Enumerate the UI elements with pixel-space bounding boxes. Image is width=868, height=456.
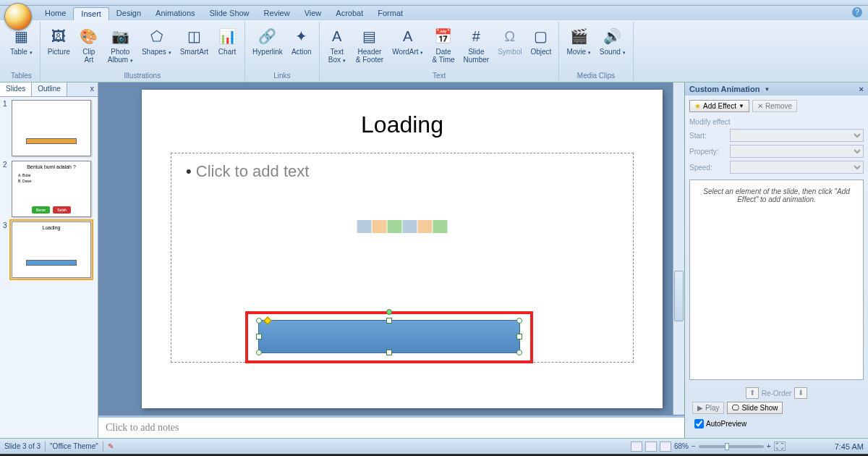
slide-thumbnail-3[interactable]: Loading	[12, 221, 91, 278]
picture-button[interactable]: 🖼Picture	[45, 25, 73, 57]
panel-close-icon[interactable]: x	[87, 83, 98, 96]
placeholder-icons[interactable]	[357, 220, 448, 233]
selected-shape[interactable]	[258, 320, 520, 353]
office-button[interactable]	[4, 3, 32, 30]
zoom-slider-thumb[interactable]	[725, 443, 729, 450]
sound-label: Sound ▾	[600, 48, 626, 56]
smartart-button[interactable]: ◫SmartArt	[177, 25, 211, 57]
autopreview-input[interactable]	[694, 419, 704, 428]
tab-review[interactable]: Review	[257, 7, 297, 20]
tab-design[interactable]: Design	[109, 7, 148, 20]
smartart-icon: ◫	[184, 26, 204, 46]
zoom-value[interactable]: 68%	[674, 442, 689, 450]
tab-slides[interactable]: Slides	[0, 83, 32, 96]
slide-title[interactable]: Loading	[171, 111, 634, 138]
textbox-button[interactable]: ATextBox ▾	[324, 25, 350, 65]
resize-handle-ne[interactable]	[516, 318, 522, 324]
picture-label: Picture	[48, 48, 70, 56]
clipart-icon: 🎨	[79, 26, 99, 46]
resize-handle-sw[interactable]	[256, 350, 262, 355]
sound-button[interactable]: 🔊Sound ▾	[597, 25, 629, 57]
slide-thumbnail-1[interactable]	[12, 100, 91, 156]
tab-format[interactable]: Format	[370, 7, 410, 20]
action-button[interactable]: ✦Action	[289, 25, 315, 57]
clipart-button[interactable]: 🎨ClipArt	[76, 25, 102, 65]
clock: 7:45 AM	[835, 442, 864, 451]
hyperlink-label: Hyperlink	[252, 48, 283, 56]
shapes-label: Shapes ▾	[142, 48, 171, 56]
resize-handle-nw[interactable]	[256, 318, 262, 324]
status-bar: Slide 3 of 3 "Office Theme" ✎ 68% − + ⛶ …	[0, 438, 868, 454]
thumb-row[interactable]: 2Bentuk bumi adalah ?A. BulatB. DatarBen…	[3, 161, 95, 217]
zoom-slider[interactable]	[699, 445, 764, 448]
shapes-button[interactable]: ⬠Shapes ▾	[139, 25, 174, 57]
insert-chart-icon[interactable]	[373, 220, 387, 233]
slide-thumbnail-2[interactable]: Bentuk bumi adalah ?A. BulatB. DatarBena…	[12, 161, 91, 217]
tab-view[interactable]: View	[297, 7, 329, 20]
resize-handle-n[interactable]	[386, 318, 392, 324]
scroll-thumb[interactable]	[674, 271, 684, 321]
slide-canvas[interactable]: Loading Click to add text	[142, 90, 663, 408]
resize-handle-w[interactable]	[256, 334, 262, 339]
resize-handle-e[interactable]	[516, 334, 522, 339]
hyperlink-button[interactable]: 🔗Hyperlink	[250, 25, 286, 57]
photoalbum-button[interactable]: 📷PhotoAlbum ▾	[105, 25, 136, 65]
insert-smartart-icon[interactable]	[388, 220, 402, 233]
resize-handle-se[interactable]	[516, 350, 522, 355]
rotate-handle[interactable]	[386, 309, 392, 315]
remove-icon: ✕	[757, 102, 763, 110]
symbol-label: Symbol	[498, 48, 522, 56]
taskpane-close-icon[interactable]: ×	[859, 85, 864, 93]
resize-handle-s[interactable]	[386, 350, 392, 355]
textbox-label: TextBox ▾	[328, 48, 346, 64]
placeholder-text[interactable]: Click to add text	[186, 162, 618, 181]
title-bar	[0, 0, 868, 6]
headerfooter-icon: ▤	[359, 26, 380, 46]
thumb-row[interactable]: 3Loading	[3, 221, 95, 278]
slideshow-button[interactable]: 🖵Slide Show	[727, 402, 783, 414]
tab-animations[interactable]: Animations	[148, 7, 202, 20]
custom-animation-pane: Custom Animation ▼ × ★Add Effect▼ ✕Remov…	[684, 83, 868, 438]
tab-outline[interactable]: Outline	[32, 83, 67, 96]
object-label: Object	[530, 48, 551, 56]
tab-home[interactable]: Home	[38, 7, 73, 20]
symbol-button: ΩSymbol	[495, 25, 524, 57]
ribbon-tabs: HomeInsertDesignAnimationsSlide ShowRevi…	[0, 6, 868, 20]
add-effect-button[interactable]: ★Add Effect▼	[689, 100, 749, 112]
content-placeholder[interactable]: Click to add text	[171, 153, 634, 363]
insert-media-icon[interactable]	[433, 220, 448, 233]
textbox-icon: A	[327, 26, 347, 46]
slideshow-view-button[interactable]	[660, 442, 671, 452]
vertical-scrollbar[interactable]	[673, 83, 684, 415]
spellcheck-icon[interactable]: ✎	[108, 442, 114, 450]
tab-acrobat[interactable]: Acrobat	[328, 7, 370, 20]
modify-effect-label: Modify effect	[689, 118, 864, 126]
normal-view-button[interactable]	[631, 442, 642, 452]
tab-insert[interactable]: Insert	[73, 7, 109, 20]
taskpane-dropdown-icon[interactable]: ▼	[764, 86, 770, 93]
slide-area[interactable]: Loading Click to add text	[98, 83, 684, 415]
insert-table-icon[interactable]	[357, 220, 372, 233]
notes-pane[interactable]: Click to add notes	[98, 415, 684, 438]
fit-window-button[interactable]: ⛶	[774, 442, 786, 451]
autopreview-checkbox[interactable]: AutoPreview	[692, 417, 861, 431]
headerfooter-button[interactable]: ▤Header& Footer	[353, 25, 386, 65]
wordart-button[interactable]: AWordArt ▾	[389, 25, 426, 57]
zoom-in-button[interactable]: +	[767, 442, 771, 450]
smartart-label: SmartArt	[180, 48, 208, 56]
start-label: Start:	[689, 132, 726, 140]
insert-picture-icon[interactable]	[403, 220, 417, 233]
object-button[interactable]: ▢Object	[527, 25, 554, 57]
datetime-button[interactable]: 📅Date& Time	[429, 25, 457, 65]
workspace: Slides Outline x 12Bentuk bumi adalah ?A…	[0, 83, 868, 438]
sorter-view-button[interactable]	[645, 442, 657, 452]
tab-slideshow[interactable]: Slide Show	[203, 7, 257, 20]
movie-button[interactable]: 🎬Movie ▾	[563, 25, 593, 57]
slidenumber-button[interactable]: #SlideNumber	[461, 25, 493, 65]
reorder-down-button: ⬇	[794, 387, 807, 399]
chart-button[interactable]: 📊Chart	[214, 25, 240, 57]
help-icon[interactable]: ?	[852, 7, 862, 17]
thumb-row[interactable]: 1	[3, 100, 95, 156]
insert-clipart-icon[interactable]	[418, 220, 433, 233]
zoom-out-button[interactable]: −	[692, 442, 696, 450]
